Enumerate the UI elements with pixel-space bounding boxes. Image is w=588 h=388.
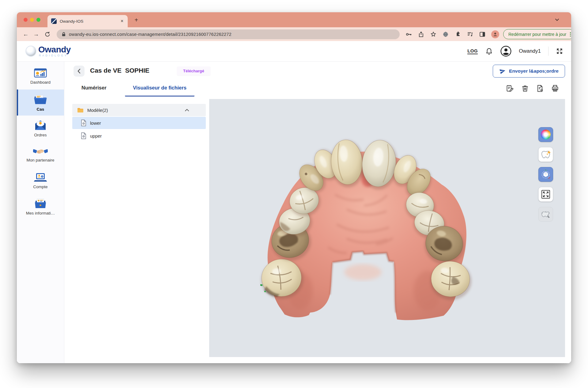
document-toolbar (506, 84, 559, 93)
print-icon[interactable] (551, 84, 559, 93)
folder-label: Modèle(2) (87, 108, 108, 113)
file-row-upper[interactable]: upper (72, 130, 206, 142)
model-file-icon (81, 132, 86, 139)
browser-profile-avatar[interactable] (491, 30, 499, 38)
lock-icon (62, 32, 66, 37)
cases-folder-icon (33, 94, 47, 105)
expand-icon (541, 189, 551, 200)
account-laptop-icon (34, 173, 47, 182)
tooth-pen-icon (540, 208, 552, 220)
extensions-puzzle-icon[interactable] (454, 31, 461, 38)
reload-button[interactable] (44, 31, 51, 38)
margin-line-tool-button[interactable] (538, 207, 553, 222)
logo-subtext: RADIOLOGY (39, 54, 71, 57)
3d-view-button[interactable] (538, 167, 553, 182)
close-window-button[interactable] (24, 18, 28, 22)
folder-icon (77, 108, 84, 113)
status-badge: Téléchargé (177, 67, 210, 75)
back-button[interactable]: ← (22, 31, 30, 38)
tab-search-chevron-icon[interactable] (555, 17, 560, 22)
file-name: lower (90, 120, 101, 126)
password-key-icon[interactable] (405, 31, 412, 38)
browser-tab[interactable]: Owandy-IOS × (47, 15, 128, 27)
main-content: Cas de VE SOPHIE Téléchargé Envoyer l&ap… (64, 62, 571, 363)
url-text: owandy-eu.ios-connect.com/case-managemen… (69, 32, 232, 37)
owandy-logo-sphere-icon (25, 46, 36, 57)
back-button-case[interactable] (74, 66, 85, 77)
browser-toolbar: ← → owandy-eu.ios-connect.com/case-manag… (17, 27, 571, 41)
model-viewer-canvas[interactable] (209, 99, 565, 357)
tab-close-icon[interactable]: × (120, 18, 124, 24)
browser-window: Owandy-IOS × + ← → owandy-eu.ios-connect… (17, 12, 571, 363)
sidebar-nav: Dashboard Cas Ordres Mon partenaire Comp… (17, 62, 64, 363)
tooth-enhance-button[interactable] (538, 147, 553, 162)
partner-handshake-icon (33, 147, 48, 156)
page-title: Cas de VE SOPHIE (90, 67, 149, 74)
color-mode-button[interactable] (538, 127, 553, 142)
notifications-bell-icon[interactable] (485, 47, 493, 55)
share-icon[interactable] (418, 31, 424, 38)
user-avatar[interactable] (500, 46, 511, 57)
tab-visualiseur-de-fichiers[interactable]: Visualiseur de fichiers (125, 85, 194, 97)
app-body: Dashboard Cas Ordres Mon partenaire Comp… (17, 62, 571, 363)
export-file-icon[interactable] (536, 84, 544, 93)
viewer-tools (538, 127, 553, 222)
collapse-chevron-icon[interactable] (185, 108, 189, 112)
send-order-button[interactable]: Envoyer l&apos;ordre (493, 65, 565, 78)
header-divider (548, 47, 548, 56)
address-bar[interactable]: owandy-eu.ios-connect.com/case-managemen… (57, 29, 400, 39)
reading-list-icon[interactable] (467, 31, 473, 38)
extension-globe-icon[interactable] (442, 31, 449, 38)
side-panel-icon[interactable] (479, 31, 486, 38)
file-tree-panel: Modèle(2) lower upper (70, 99, 209, 357)
fullscreen-icon[interactable] (556, 48, 563, 55)
zoom-window-button[interactable] (36, 18, 40, 22)
sidebar-item-dashboard[interactable]: Dashboard (17, 63, 64, 89)
tab-title: Owandy-IOS (60, 19, 117, 24)
tab-numeriser[interactable]: Numériser (80, 85, 108, 96)
model-file-icon (81, 120, 86, 126)
app-header: Owandy RADIOLOGY LOG Owandy1 (17, 41, 571, 62)
sidebar-item-ordres[interactable]: Ordres (17, 116, 64, 142)
edit-note-icon[interactable] (506, 84, 514, 93)
sidebar-item-cas[interactable]: Cas (17, 89, 64, 116)
my-information-icon (34, 198, 47, 209)
color-wheel-icon (541, 130, 551, 139)
file-row-lower[interactable]: lower (72, 117, 206, 129)
tree-folder-row[interactable]: Modèle(2) (72, 104, 206, 116)
browser-update-button[interactable]: Redémarrer pour mettre à jour (503, 29, 571, 39)
dental-model-3d[interactable] (254, 129, 477, 322)
3d-cube-icon (540, 169, 552, 180)
send-plane-icon (499, 68, 506, 74)
forward-button[interactable]: → (32, 31, 40, 38)
browser-tab-strip: Owandy-IOS × + (17, 12, 571, 27)
case-title-row: Cas de VE SOPHIE Téléchargé Envoyer l&ap… (64, 64, 571, 79)
bookmark-star-icon[interactable] (430, 31, 437, 38)
dashboard-icon (34, 68, 47, 78)
logo-text: Owandy (38, 45, 71, 54)
browser-menu-icon[interactable] (570, 32, 571, 36)
sidebar-item-compte[interactable]: Compte (17, 168, 64, 194)
owandy-logo[interactable]: Owandy RADIOLOGY (25, 45, 71, 57)
sidebar-item-mes-informations[interactable]: Mes informati… (17, 194, 64, 220)
desktop: Owandy-IOS × + ← → owandy-eu.ios-connect… (0, 0, 588, 388)
file-name: upper (90, 133, 102, 139)
tabs-row: Numériser Visualiseur de fichiers (64, 81, 571, 99)
minimize-window-button[interactable] (30, 18, 34, 22)
tooth-sparkle-icon (540, 149, 552, 160)
log-link[interactable]: LOG (467, 48, 478, 54)
username[interactable]: Owandy1 (519, 48, 541, 54)
new-tab-button[interactable]: + (133, 17, 140, 24)
tab-favicon-icon (51, 18, 57, 24)
content-panels: Modèle(2) lower upper (64, 99, 571, 357)
delete-trash-icon[interactable] (521, 84, 529, 93)
fit-view-button[interactable] (538, 187, 553, 202)
sidebar-item-mon-partenaire[interactable]: Mon partenaire (17, 142, 64, 168)
orders-envelope-icon (34, 120, 47, 131)
